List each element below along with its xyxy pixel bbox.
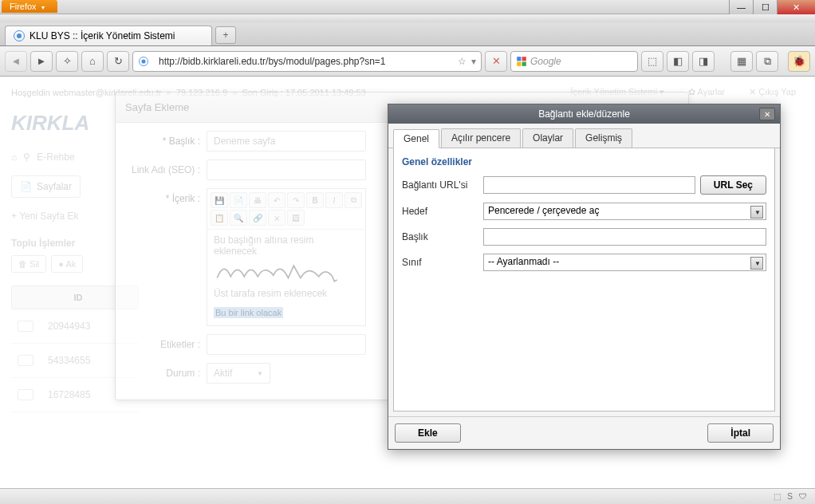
pages-tab[interactable]: 📄 Sayfalar: [11, 175, 81, 198]
cancel-button[interactable]: İptal: [707, 423, 774, 443]
panel-title: Sayfa Ekleme: [125, 101, 189, 113]
row-checkbox[interactable]: [18, 389, 33, 400]
nav-home-button[interactable]: ⌂: [81, 51, 104, 72]
editor-image-icon[interactable]: 🖼: [287, 210, 305, 226]
group-label: Genel özellikler: [402, 156, 766, 167]
editor-line-1: Bu başlığın altına resim eklenecek: [214, 234, 359, 257]
class-label: Sınıf: [402, 257, 478, 268]
status-label: Durum :: [166, 368, 200, 379]
toolbar-extension-3[interactable]: ◨: [692, 51, 715, 72]
class-select[interactable]: -- Ayarlanmadı -- ▼: [483, 254, 766, 271]
tags-input[interactable]: [207, 334, 366, 355]
tab-general[interactable]: Genel: [393, 129, 439, 148]
url-input[interactable]: [483, 176, 695, 194]
star-icon[interactable]: ☆: [458, 56, 467, 67]
col-id: ID: [42, 293, 114, 302]
search-placeholder: Google: [530, 56, 561, 67]
target-select[interactable]: Pencerede / çerçevede aç ▼: [483, 203, 766, 220]
title-label: * Başlık :: [163, 136, 200, 147]
dropdown-icon[interactable]: ▾: [471, 56, 476, 67]
link-tabs: Genel Açılır pencere Olaylar Gelişmiş: [388, 124, 780, 148]
editor-print-icon[interactable]: 🖶: [249, 192, 266, 208]
window-close-button[interactable]: ✕: [777, 0, 815, 14]
editor-italic-icon[interactable]: I: [325, 192, 343, 208]
home-icon[interactable]: ⌂: [11, 152, 17, 163]
status-icon-2[interactable]: S: [787, 492, 793, 501]
editor-line-3: Bu bir link olacak: [214, 307, 283, 318]
editor-redo-icon[interactable]: ↷: [287, 192, 305, 208]
status-icon-3[interactable]: 🛡: [799, 492, 807, 501]
editor-newdoc-icon[interactable]: 📄: [230, 192, 247, 208]
svg-rect-0: [517, 57, 521, 61]
tags-label: Etiketler :: [160, 339, 200, 350]
link-title-input[interactable]: [483, 228, 766, 246]
chevron-down-icon: ▼: [754, 260, 761, 267]
row-checkbox[interactable]: [18, 355, 33, 366]
link-dialog-footer: Ekle İptal: [388, 416, 780, 449]
status-bar: ⬚ S 🛡: [0, 488, 815, 504]
url-favicon: [139, 57, 148, 66]
google-icon: [516, 56, 527, 67]
nav-bookmark-button[interactable]: ✧: [56, 51, 78, 72]
browser-tab[interactable]: KLU BYS :: İçerik Yönetim Sistemi: [5, 26, 212, 45]
editor-copy-icon[interactable]: ⧉: [345, 192, 362, 208]
editor-bold-icon[interactable]: B: [306, 192, 324, 208]
pages-icon: 📄: [20, 181, 32, 192]
delete-button[interactable]: 🗑 Sil: [11, 255, 46, 273]
add-button[interactable]: Ekle: [395, 423, 461, 443]
row-checkbox[interactable]: [18, 321, 33, 332]
editor-unlink-icon[interactable]: ⨯: [268, 210, 285, 226]
window-minimize-button[interactable]: —: [729, 0, 753, 14]
url-bar[interactable]: http://bidb.kirklareli.edu.tr/bys/modul/…: [132, 51, 482, 72]
tab-popup[interactable]: Açılır pencere: [441, 128, 521, 148]
nav-forward-button[interactable]: ►: [30, 51, 53, 72]
tab-events[interactable]: Olaylar: [522, 128, 573, 148]
toolbar-extension-1[interactable]: ⬚: [641, 51, 663, 72]
activate-button[interactable]: ● Ak: [51, 255, 83, 273]
link-dialog-titlebar[interactable]: Bağlantı ekle/düzenle ✕: [388, 104, 780, 124]
editor-find-icon[interactable]: 🔍: [230, 210, 247, 226]
chevron-down-icon: ▼: [754, 209, 761, 216]
editor-line-2: Üst tarafa resim eklenecek: [214, 288, 359, 299]
tab-title: KLU BYS :: İçerik Yönetim Sistemi: [30, 30, 175, 41]
tab-advanced[interactable]: Gelişmiş: [575, 128, 632, 148]
editor-toolbar: 💾 📄 🖶 ↶ ↷ B I ⧉ 📋 🔍 🔗 ⨯ 🖼: [207, 189, 365, 230]
editor-link-icon[interactable]: 🔗: [249, 210, 266, 226]
toolbar-extension-5[interactable]: ⧉: [756, 51, 778, 72]
nav-stop-button[interactable]: ✕: [485, 51, 507, 72]
search-bar[interactable]: Google: [510, 51, 638, 72]
editor-paste-icon[interactable]: 📋: [211, 210, 228, 226]
link-title-label: Başlık: [402, 231, 478, 242]
editor-content[interactable]: Bu başlığın altına resim eklenecek Üst t…: [207, 230, 365, 325]
status-icon-1[interactable]: ⬚: [774, 492, 781, 501]
site-favicon: [14, 30, 25, 41]
nav-back-button[interactable]: ◄: [5, 51, 27, 72]
tab-bar: KLU BYS :: İçerik Yönetim Sistemi +: [0, 22, 815, 46]
url-text: http://bidb.kirklareli.edu.tr/bys/modul/…: [159, 56, 453, 67]
seo-input[interactable]: [207, 159, 366, 180]
content-label: * İçerik :: [166, 193, 200, 204]
nav-bar: ◄ ► ✧ ⌂ ↻ http://bidb.kirklareli.edu.tr/…: [0, 46, 815, 77]
logout-link[interactable]: ✕ Çıkış Yap: [741, 85, 804, 100]
rich-editor[interactable]: 💾 📄 🖶 ↶ ↷ B I ⧉ 📋 🔍 🔗 ⨯ 🖼 Bu başlığın al…: [207, 188, 366, 326]
guide-link[interactable]: E-Rehbe: [37, 152, 74, 163]
title-input[interactable]: [207, 131, 366, 152]
editor-save-icon[interactable]: 💾: [211, 192, 228, 208]
nav-reload-button[interactable]: ↻: [107, 51, 129, 72]
svg-rect-3: [522, 61, 526, 65]
signature-image: [214, 257, 349, 285]
svg-rect-1: [522, 57, 526, 61]
link-dialog-close-button[interactable]: ✕: [759, 108, 775, 120]
toolbar-extension-4[interactable]: ▦: [730, 51, 753, 72]
guide-icon[interactable]: ⚲: [23, 152, 30, 163]
window-maximize-button[interactable]: ☐: [753, 0, 777, 14]
firefox-menu-button[interactable]: Firefox: [2, 0, 57, 13]
new-tab-button[interactable]: +: [215, 26, 236, 44]
editor-undo-icon[interactable]: ↶: [268, 192, 285, 208]
toolbar-extension-2[interactable]: ◧: [667, 51, 689, 72]
svg-rect-2: [517, 61, 521, 65]
link-dialog: Bağlantı ekle/düzenle ✕ Genel Açılır pen…: [388, 104, 781, 450]
url-select-button[interactable]: URL Seç: [700, 175, 766, 195]
status-select[interactable]: Aktif▼: [207, 363, 270, 384]
firebug-icon[interactable]: 🐞: [788, 51, 810, 72]
